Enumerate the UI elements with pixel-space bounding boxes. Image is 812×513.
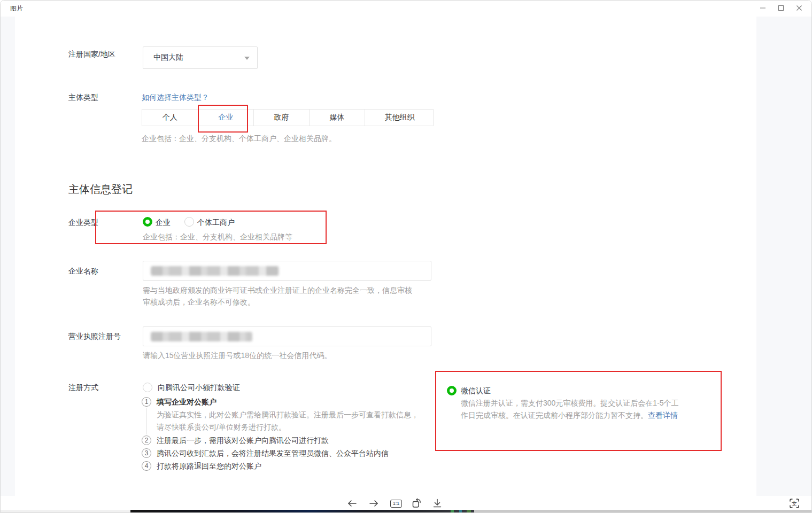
wechat-desc-line2: 作日完成审核。在认证完成前小程序部分能力暂不支持。查看详情 [461,411,678,421]
step-1-number: 1 [142,397,151,407]
rotate-icon [411,498,422,509]
taskbar-speck-olive [467,510,471,513]
viewer-toolbar: 1:1 文 [1,496,812,510]
company-name-help-line1: 需与当地政府颁发的商业许可证书或企业注册证上的企业名称完全一致，信息审核 [143,286,412,296]
previous-image-button[interactable] [345,497,360,510]
chevron-down-icon [244,57,250,60]
redacted-company-name [151,266,279,276]
radio-wechat-verification-label: 微信认证 [461,386,491,396]
download-icon [431,498,443,509]
country-select[interactable]: 中国大陆 [143,46,258,69]
tab-other-org[interactable]: 其他组织 [365,110,434,126]
radio-individual-business[interactable] [184,217,194,227]
license-number-help: 请输入15位营业执照注册号或18位的统一社会信用代码。 [143,351,331,361]
image-content [15,17,756,496]
company-name-help-line2: 审核成功后，企业名称不可修改。 [143,298,255,307]
company-type-label: 企业类型 [68,218,98,228]
radio-enterprise[interactable] [143,217,152,227]
ocr-text-scan-icon: 文 [789,498,800,509]
tab-media[interactable]: 媒体 [310,110,365,126]
radio-wechat-verification[interactable] [447,386,457,395]
step-3-title: 腾讯公司收到汇款后，会将注册结果发至管理员微信、公众平台站内信 [157,449,389,458]
maximize-icon [778,5,784,11]
taskbar-speck-green [451,510,454,513]
image-viewer-window: 图片 注册国家/地区 中国大陆 主体类型 如何选择主体类型？ 个人 企业 政府 … [0,0,812,513]
subject-type-help-link[interactable]: 如何选择主体类型？ [142,93,209,103]
close-button[interactable] [790,2,808,14]
download-button[interactable] [430,497,445,510]
wechat-desc-line2-text: 作日完成审核。在认证完成前小程序部分能力暂不支持。 [461,411,648,419]
titlebar: 图片 [1,1,811,17]
step-1-desc1: 为验证真实性，此对公账户需给腾讯打款验证。注册最后一步可查看打款信息， [157,410,419,420]
close-icon [796,5,802,11]
license-number-input[interactable] [143,327,431,346]
rotate-button[interactable] [409,497,424,510]
tab-personal[interactable]: 个人 [142,110,198,126]
license-number-label: 营业执照注册号 [68,332,121,341]
view-details-link[interactable]: 查看详情 [648,411,678,419]
step-4-title: 打款将原路退回至您的对公账户 [157,462,261,471]
radio-bank-transfer-label: 向腾讯公司小额打款验证 [158,383,240,393]
step-1-title: 填写企业对公账户 [157,398,216,407]
taskbar-edge-light-right [474,510,812,513]
radio-enterprise-label: 企业 [156,218,171,228]
svg-text:文: 文 [792,501,797,507]
step-2-number: 2 [142,436,151,445]
wechat-desc-line1: 微信注册并认证，需支付300元审核费用。提交认证后会在1-5个工 [461,399,679,408]
company-name-input[interactable] [143,261,431,281]
company-name-label: 企业名称 [68,267,98,276]
section-title: 主体信息登记 [68,182,133,197]
tab-enterprise[interactable]: 企业 [198,110,254,126]
one-to-one-icon: 1:1 [390,500,402,508]
subject-type-tabs: 个人 企业 政府 媒体 其他组织 [142,109,434,126]
maximize-button[interactable] [772,2,790,14]
taskbar-edge-light-left [1,510,130,513]
subject-type-caption: 企业包括：企业、分支机构、个体工商户、企业相关品牌。 [142,134,336,144]
company-type-caption: 企业包括：企业、分支机构、企业相关品牌等 [143,232,292,242]
country-label: 注册国家/地区 [68,50,115,59]
step-connector-line [146,408,146,434]
register-method-label: 注册方式 [68,383,98,393]
subject-type-label: 主体类型 [68,93,98,103]
extract-text-button[interactable]: 文 [787,497,802,510]
step-1-desc2: 请尽快联系贵公司/单位财务进行打款。 [157,423,286,432]
step-4-number: 4 [142,461,151,471]
radio-bank-transfer[interactable] [143,383,152,392]
actual-size-button[interactable]: 1:1 [389,497,404,510]
step-2-title: 注册最后一步，需用该对公账户向腾讯公司进行打款 [157,436,329,446]
country-select-value: 中国大陆 [153,53,183,63]
step-3-number: 3 [142,448,151,458]
next-image-button[interactable] [366,497,381,510]
window-controls [754,2,808,14]
taskbar-speck-teal [459,510,462,513]
window-title: 图片 [10,4,23,13]
taskbar-edge-dark [130,510,474,513]
minimize-icon [760,5,766,11]
redacted-license-number [151,332,252,341]
radio-individual-business-label: 个体工商户 [197,218,235,228]
tab-government[interactable]: 政府 [254,110,310,126]
arrow-right-icon [368,498,380,509]
arrow-left-icon [346,498,358,509]
minimize-button[interactable] [754,2,772,14]
